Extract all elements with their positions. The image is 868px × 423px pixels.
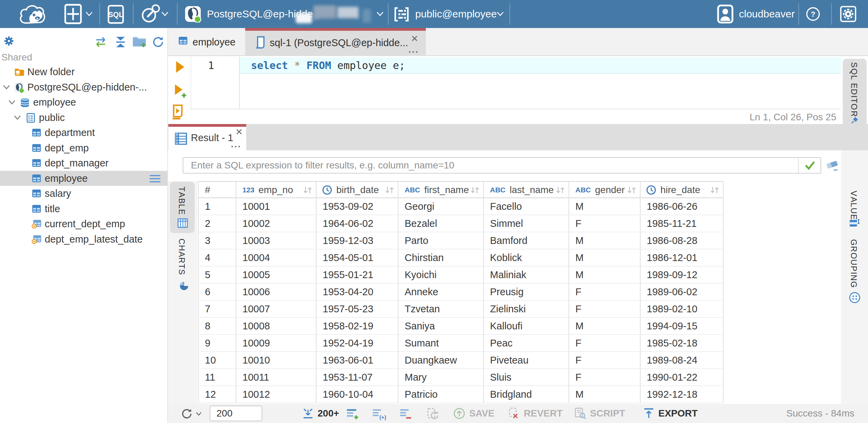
sort-arrows-icon[interactable] — [555, 186, 566, 195]
sql-editor-panel-tab[interactable]: SQL EDITOR — [843, 59, 867, 126]
grid-cell[interactable]: 1964-06-02 — [317, 215, 398, 232]
grid-cell[interactable]: 1953-09-02 — [317, 198, 398, 215]
grid-cell[interactable]: M — [569, 249, 641, 267]
result-grid[interactable]: #123emp_nobirth_dateABCfirst_nameABClast… — [198, 181, 724, 403]
grid-header-hire_date[interactable]: hire_date — [641, 182, 724, 198]
tree-expand-chevron-icon[interactable] — [2, 84, 11, 90]
grid-header-birth_date[interactable]: birth_date — [317, 182, 398, 198]
grid-cell[interactable]: 10011 — [236, 369, 317, 386]
sort-arrows-icon[interactable] — [626, 186, 637, 195]
grid-cell[interactable]: 1985-02-18 — [641, 335, 724, 352]
grid-cell[interactable]: Tzvetan — [398, 301, 484, 318]
grid-cell[interactable]: Zielinski — [484, 301, 569, 318]
sort-arrows-icon[interactable] — [709, 186, 720, 195]
grid-cell[interactable]: F — [569, 215, 641, 232]
apply-filter-check-icon[interactable] — [804, 161, 816, 170]
grid-cell[interactable]: F — [569, 335, 641, 352]
grid-cell[interactable]: 2 — [198, 215, 236, 232]
grid-cell[interactable]: 1990-01-22 — [641, 369, 724, 386]
grid-cell[interactable]: Chirstian — [398, 249, 484, 267]
delete-row-button[interactable] — [399, 408, 412, 420]
schema-selector[interactable]: public@employee — [415, 0, 497, 28]
refresh-tree-icon[interactable] — [152, 36, 165, 49]
grid-header-gender[interactable]: ABCgender — [569, 182, 641, 198]
grid-cell[interactable]: 1989-06-02 — [641, 284, 724, 301]
grid-cell[interactable]: F — [569, 352, 641, 369]
grid-cell[interactable]: 10009 — [236, 335, 317, 352]
tree-item-dept-emp-latest-date[interactable]: dept_emp_latest_date — [0, 232, 167, 247]
grid-cell[interactable]: 10003 — [236, 232, 317, 249]
value-panel-icon[interactable] — [849, 218, 860, 229]
tree-item-employee[interactable]: employee — [0, 171, 167, 186]
grid-cell[interactable]: 1992-12-18 — [641, 386, 724, 403]
table-presentation-tab[interactable]: TABLE — [170, 182, 195, 233]
grid-cell[interactable]: 10006 — [236, 284, 317, 301]
filter-input[interactable]: Enter a SQL expression to filter results… — [183, 157, 821, 174]
grid-cell[interactable]: 1994-09-15 — [641, 318, 724, 335]
schema-chevron-icon[interactable] — [496, 11, 505, 17]
grid-cell[interactable]: Koblick — [484, 249, 569, 267]
grid-cell[interactable]: Georgi — [398, 198, 484, 215]
grid-cell[interactable]: 1985-11-21 — [641, 215, 724, 232]
new-folder-icon[interactable] — [132, 36, 147, 49]
collapse-all-icon[interactable] — [114, 36, 127, 49]
sidebar-settings-gear-icon[interactable] — [3, 35, 15, 47]
sql-editor[interactable]: 1 select * FROM employee e; — [168, 57, 868, 109]
editor-tab-employee[interactable]: employee — [168, 28, 245, 56]
sql-code-line[interactable]: select * FROM employee e; — [251, 57, 405, 74]
tree-expand-chevron-icon[interactable] — [13, 115, 22, 121]
user-name[interactable]: cloudbeaver — [739, 0, 795, 28]
sort-arrows-icon[interactable] — [384, 186, 395, 195]
charts-pie-icon[interactable] — [179, 281, 189, 291]
tree-item-salary[interactable]: salary — [0, 186, 167, 201]
grid-cell[interactable]: 1986-08-28 — [641, 232, 724, 249]
grid-cell[interactable]: Kyoichi — [398, 267, 484, 284]
tree-item-current-dept-emp[interactable]: current_dept_emp — [0, 216, 167, 232]
grid-cell[interactable]: 10007 — [236, 301, 317, 318]
grid-cell[interactable]: Kalloufi — [484, 318, 569, 335]
postgresql-connection-icon[interactable] — [184, 5, 201, 23]
sort-arrows-icon[interactable] — [302, 186, 313, 195]
grid-header-emp_no[interactable]: 123emp_no — [236, 182, 317, 198]
schema-selector-icon[interactable] — [393, 6, 410, 23]
grid-cell[interactable]: F — [569, 369, 641, 386]
tree-expand-chevron-icon[interactable] — [8, 99, 16, 105]
grid-cell[interactable]: M — [569, 267, 641, 284]
grid-cell[interactable]: 1958-02-19 — [317, 318, 398, 335]
grid-cell[interactable]: 1953-11-07 — [317, 369, 398, 386]
add-row-button[interactable] — [346, 408, 359, 420]
grid-cell[interactable]: 11 — [198, 369, 236, 386]
grid-cell[interactable]: 6 — [198, 284, 236, 301]
grid-cell[interactable]: Anneke — [398, 284, 484, 301]
value-panel-tab[interactable]: VALUE — [849, 191, 858, 220]
grid-cell[interactable]: 10012 — [236, 386, 317, 403]
editor-tab-menu-icon[interactable]: ... — [408, 44, 419, 55]
help-button[interactable]: ? — [806, 7, 820, 21]
new-connection-button[interactable] — [64, 4, 82, 24]
grid-cell[interactable]: 1952-04-19 — [317, 335, 398, 352]
grid-header-index[interactable]: # — [198, 182, 236, 198]
grid-cell[interactable]: F — [569, 284, 641, 301]
sync-connections-icon[interactable] — [93, 36, 109, 48]
save-button[interactable]: SAVE — [453, 404, 494, 423]
fetch-more-button[interactable]: 200+ — [302, 404, 339, 423]
grid-cell[interactable]: Duangkaew — [398, 352, 484, 369]
grid-cell[interactable]: 1986-06-26 — [641, 198, 724, 215]
tree-item-employee[interactable]: employee — [0, 95, 167, 110]
grid-header-first_name[interactable]: ABCfirst_name — [398, 182, 484, 198]
grid-cell[interactable]: M — [569, 232, 641, 249]
row-limit-input[interactable] — [210, 406, 262, 421]
grid-cell[interactable]: 10010 — [236, 352, 317, 369]
grid-cell[interactable]: M — [569, 386, 641, 403]
duplicate-row-button[interactable]: (+) — [372, 408, 387, 420]
auto-refresh-button[interactable] — [426, 407, 440, 421]
grid-cell[interactable]: 1 — [198, 198, 236, 215]
grid-cell[interactable]: 1953-04-20 — [317, 284, 398, 301]
grid-cell[interactable]: 1960-10-04 — [317, 386, 398, 403]
tree-item-dept-emp[interactable]: dept_emp — [0, 140, 167, 156]
tree-item-dept-manager[interactable]: dept_manager — [0, 155, 167, 171]
execute-query-button[interactable] — [174, 60, 186, 74]
grid-cell[interactable]: 9 — [198, 335, 236, 352]
new-connection-chevron-icon[interactable] — [85, 11, 94, 17]
grid-cell[interactable]: 3 — [198, 232, 236, 249]
